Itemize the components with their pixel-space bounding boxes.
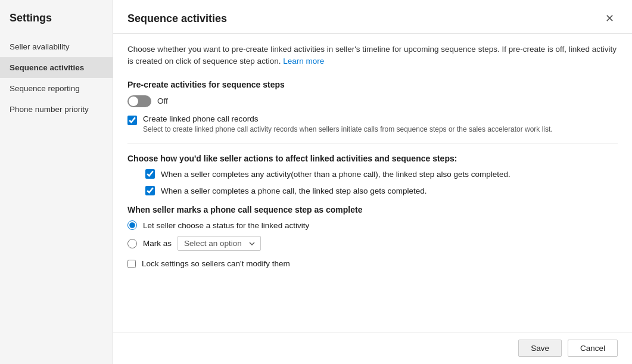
indented-checkboxes: When a seller completes any activity(oth… bbox=[127, 169, 618, 195]
create-linked-phone-sublabel: Select to create linked phone call activ… bbox=[143, 125, 553, 135]
create-linked-phone-checkbox[interactable] bbox=[127, 116, 137, 125]
radio-let-seller-row: Let seller choose a status for the linke… bbox=[127, 220, 618, 230]
dialog-body: Choose whether you want to pre-create li… bbox=[113, 34, 632, 332]
toggle-label: Off bbox=[157, 97, 168, 105]
learn-more-link[interactable]: Learn more bbox=[283, 57, 324, 66]
radio-mark-as-row: Mark as Select an option bbox=[127, 236, 618, 251]
save-button[interactable]: Save bbox=[518, 340, 562, 357]
pre-create-section-label: Pre-create activities for sequence steps bbox=[127, 80, 618, 89]
dialog-header: Sequence activities ✕ bbox=[113, 0, 632, 34]
dialog-title: Sequence activities bbox=[127, 13, 227, 25]
checkbox-phone[interactable] bbox=[145, 186, 155, 195]
radio-mark-as-label[interactable]: Mark as bbox=[143, 239, 172, 248]
radio-mark-as[interactable] bbox=[127, 239, 137, 248]
pre-create-toggle[interactable] bbox=[127, 95, 151, 107]
lock-row: Lock settings so sellers can't modify th… bbox=[127, 259, 618, 268]
radio-section: Let seller choose a status for the linke… bbox=[127, 220, 618, 251]
cancel-button[interactable]: Cancel bbox=[568, 340, 618, 357]
phone-call-section-label: When seller marks a phone call sequence … bbox=[127, 205, 618, 214]
mark-as-select[interactable]: Select an option bbox=[178, 236, 261, 251]
checkbox-phone-row: When a seller completes a phone call, th… bbox=[145, 186, 618, 195]
sidebar-item-seller-availability[interactable]: Seller availability bbox=[0, 36, 113, 57]
main-panel: Sequence activities ✕ Choose whether you… bbox=[113, 0, 632, 364]
radio-let-seller-label[interactable]: Let seller choose a status for the linke… bbox=[143, 221, 309, 230]
dialog-footer: Save Cancel bbox=[113, 332, 632, 364]
dialog-description: Choose whether you want to pre-create li… bbox=[127, 43, 618, 68]
sidebar-item-sequence-reporting[interactable]: Sequence reporting bbox=[0, 78, 113, 99]
checkbox-phone-label[interactable]: When a seller completes a phone call, th… bbox=[161, 186, 427, 195]
create-linked-phone-label[interactable]: Create linked phone call records bbox=[143, 114, 553, 123]
checkbox-activity-label[interactable]: When a seller completes any activity(oth… bbox=[161, 170, 510, 179]
sidebar-item-sequence-activities[interactable]: Sequence activities bbox=[0, 57, 113, 78]
lock-settings-label[interactable]: Lock settings so sellers can't modify th… bbox=[142, 259, 290, 268]
sidebar-item-phone-number-priority[interactable]: Phone number priority bbox=[0, 99, 113, 120]
toggle-row: Off bbox=[127, 95, 618, 107]
create-linked-phone-row: Create linked phone call records Select … bbox=[127, 114, 618, 135]
divider bbox=[127, 144, 618, 144]
choose-section-label: Choose how you'd like seller actions to … bbox=[127, 154, 618, 163]
lock-settings-checkbox[interactable] bbox=[127, 260, 136, 268]
checkbox-activity-row: When a seller completes any activity(oth… bbox=[145, 169, 618, 179]
checkbox-activity[interactable] bbox=[145, 169, 155, 179]
close-button[interactable]: ✕ bbox=[602, 11, 618, 26]
sidebar-title: Settings bbox=[0, 12, 113, 36]
sidebar: Settings Seller availability Sequence ac… bbox=[0, 0, 113, 364]
radio-let-seller[interactable] bbox=[127, 220, 137, 230]
